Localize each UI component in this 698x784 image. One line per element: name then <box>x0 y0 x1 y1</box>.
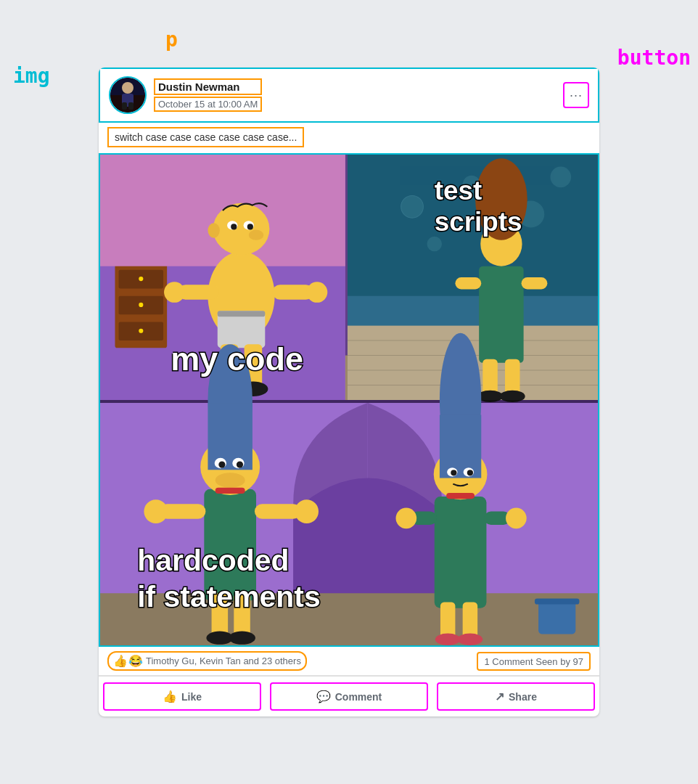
svg-point-94 <box>506 507 527 528</box>
svg-point-17 <box>139 329 143 333</box>
reactions-bar: 👍 😂 Timothy Gu, Kevin Tan and 23 others … <box>99 647 599 676</box>
svg-point-93 <box>396 507 417 528</box>
svg-rect-82 <box>435 497 487 608</box>
svg-point-77 <box>295 499 319 523</box>
post-card: Dustin Newman October 15 at 10:00 AM ···… <box>99 68 599 716</box>
svg-point-37 <box>208 223 219 237</box>
comment-seen-text: 1 Comment Seen by 97 <box>484 656 583 667</box>
svg-point-81 <box>229 631 255 644</box>
svg-rect-85 <box>440 415 481 478</box>
svg-rect-63 <box>535 598 579 604</box>
svg-point-25 <box>550 167 571 188</box>
svg-point-88 <box>451 470 456 475</box>
share-arrow-icon: ↗ <box>495 690 504 703</box>
svg-rect-58 <box>100 400 598 403</box>
svg-rect-67 <box>208 403 252 470</box>
svg-rect-53 <box>522 277 548 289</box>
svg-text:my code: my code <box>171 340 303 377</box>
like-thumb-icon: 👍 <box>163 690 177 703</box>
svg-rect-9 <box>345 155 348 400</box>
post-date: October 15 at 10:00 AM <box>154 97 262 112</box>
svg-rect-49 <box>479 266 523 363</box>
svg-rect-5 <box>122 102 127 110</box>
more-options-button[interactable]: ··· <box>563 82 589 108</box>
svg-point-38 <box>249 230 263 240</box>
page-wrapper: img p button <box>0 0 698 784</box>
post-header-left: Dustin Newman October 15 at 10:00 AM <box>109 76 262 114</box>
svg-point-48 <box>307 282 328 303</box>
like-label: Like <box>181 691 202 703</box>
svg-text:if statements: if statements <box>137 580 321 613</box>
svg-point-76 <box>144 499 168 523</box>
svg-text:test: test <box>435 176 483 205</box>
svg-point-15 <box>139 277 143 281</box>
haha-icon: 😂 <box>128 654 143 668</box>
svg-text:hardcoded: hardcoded <box>137 544 289 577</box>
svg-point-24 <box>427 237 442 251</box>
reactions-text: Timothy Gu, Kevin Tan and 23 others <box>146 656 301 666</box>
svg-point-35 <box>231 224 237 229</box>
svg-rect-40 <box>218 311 266 317</box>
post-text-area: switch case case case case case case... <box>99 123 599 153</box>
annotation-p: p <box>165 28 178 52</box>
svg-point-70 <box>218 461 225 467</box>
reactions-right[interactable]: 1 Comment Seen by 97 <box>477 652 591 671</box>
author-name: Dustin Newman <box>154 78 262 95</box>
svg-rect-73 <box>215 488 245 494</box>
svg-point-3 <box>122 82 134 94</box>
annotation-img: img <box>13 64 50 88</box>
like-button[interactable]: 👍 Like <box>103 682 261 711</box>
reactions-left[interactable]: 👍 😂 Timothy Gu, Kevin Tan and 23 others <box>107 651 307 671</box>
comment-label: Comment <box>335 691 382 703</box>
post-header: Dustin Newman October 15 at 10:00 AM ··· <box>99 68 599 123</box>
svg-point-89 <box>467 470 473 475</box>
svg-point-98 <box>457 633 483 645</box>
svg-point-16 <box>139 303 143 307</box>
svg-rect-6 <box>128 102 134 110</box>
avatar-wrapper <box>109 76 147 114</box>
share-button[interactable]: ↗ Share <box>437 682 595 711</box>
svg-point-32 <box>213 203 270 256</box>
svg-point-97 <box>435 633 461 645</box>
svg-rect-52 <box>455 277 481 289</box>
like-icon: 👍 <box>113 654 128 668</box>
svg-rect-75 <box>255 504 300 518</box>
reaction-icons: 👍 😂 <box>113 654 143 668</box>
svg-point-71 <box>237 461 243 467</box>
svg-rect-62 <box>538 600 575 634</box>
svg-point-72 <box>215 473 245 487</box>
svg-text:scripts: scripts <box>435 207 522 237</box>
svg-point-47 <box>164 282 185 303</box>
avatar-svg <box>110 78 145 113</box>
svg-point-36 <box>247 224 253 229</box>
comment-button[interactable]: 💬 Comment <box>270 682 428 711</box>
svg-rect-90 <box>446 493 475 499</box>
annotation-button: button <box>617 46 691 70</box>
avatar <box>110 78 145 113</box>
post-actions: 👍 Like 💬 Comment ↗ Share <box>99 676 599 716</box>
post-text-content: switch case case case case case case... <box>107 127 304 147</box>
meme-svg: my code test scripts hardcoded if statem… <box>100 155 598 645</box>
comment-bubble-icon: 💬 <box>316 690 331 703</box>
post-image: my code test scripts hardcoded if statem… <box>99 153 599 647</box>
share-label: Share <box>509 691 537 703</box>
post-author-info: Dustin Newman October 15 at 10:00 AM <box>154 78 262 112</box>
svg-point-21 <box>401 195 424 218</box>
